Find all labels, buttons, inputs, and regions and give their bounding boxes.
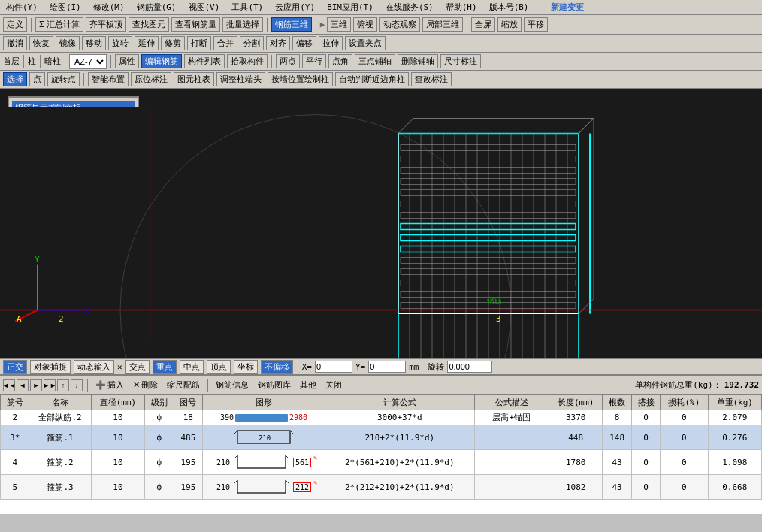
btn-set-grip[interactable]: 设置夹点 <box>345 36 386 50</box>
status-vertex[interactable]: 顶点 <box>207 360 231 374</box>
x-input[interactable] <box>315 361 352 373</box>
status-dynamic-input[interactable]: 动态输入 <box>74 360 114 374</box>
btn-adjust-end[interactable]: 调整柱端头 <box>216 72 265 86</box>
nav-next[interactable]: ► <box>30 379 42 391</box>
btn-align[interactable]: 对齐 <box>266 36 290 50</box>
rotate-input[interactable] <box>447 361 492 373</box>
menu-rebar-qty[interactable]: 钢筋量(G) <box>134 1 180 14</box>
cell-shape[interactable]: 390 2980 <box>203 410 325 425</box>
cell-shape[interactable]: 210 561 ✎ <box>203 450 325 475</box>
table-row[interactable]: 4 箍筋.2 10 ф 195 210 <box>1 450 762 475</box>
btn-pick-component[interactable]: 拾取构件 <box>227 54 268 68</box>
table-row[interactable]: 3* 箍筋.1 10 ф 485 210 <box>1 425 762 450</box>
btn-zoom[interactable]: 缩放 <box>497 17 522 32</box>
btn-rebar-lib[interactable]: 钢筋图库 <box>255 379 294 391</box>
status-coord[interactable]: 坐标 <box>234 360 258 374</box>
btn-auto-corner[interactable]: 自动判断近边角柱 <box>335 72 409 86</box>
edit-dim-4[interactable]: 561 <box>293 458 311 467</box>
btn-rotate-point[interactable]: 旋转点 <box>47 72 80 86</box>
menu-view[interactable]: 视图(V) <box>186 1 223 14</box>
status-ortho[interactable]: 正交 <box>3 360 27 374</box>
btn-draw-by-wall[interactable]: 按墙位置绘制柱 <box>268 72 333 86</box>
btn-redo[interactable]: 恢复 <box>29 36 53 50</box>
btn-delete-axis[interactable]: 删除铺轴 <box>398 54 438 68</box>
btn-edit-rebar[interactable]: 编辑钢筋 <box>141 54 182 68</box>
btn-scale-rebar[interactable]: 缩尺配筋 <box>164 379 203 391</box>
btn-point-angle[interactable]: 点角 <box>328 54 352 68</box>
nav-first[interactable]: ◄◄ <box>3 379 15 391</box>
status-midpoint-square[interactable]: 重点 <box>153 360 177 374</box>
btn-properties[interactable]: 属性 <box>115 54 139 68</box>
btn-align-top[interactable]: 齐平板顶 <box>86 17 126 32</box>
btn-three-point-axis[interactable]: 三点铺轴 <box>355 54 395 68</box>
nav-prev[interactable]: ◄ <box>17 379 29 391</box>
cad-drawing[interactable]: X Y A 2 3 钢筋 <box>0 89 762 358</box>
btn-rebar-3d[interactable]: 钢筋三维 <box>271 17 312 32</box>
status-snap[interactable]: 对象捕捉 <box>30 360 71 374</box>
nav-down[interactable]: ↓ <box>71 379 83 391</box>
nav-last[interactable]: ►► <box>44 379 56 391</box>
btn-rebar-info[interactable]: 钢筋信息 <box>213 379 252 391</box>
btn-extend[interactable]: 延伸 <box>135 36 159 50</box>
cad-viewport[interactable]: 钢筋显示控制面板 全部纵筋 箍筋 上层柱插筋下插长度 显示其它图元 显示详细公式 <box>0 89 762 358</box>
menu-draw[interactable]: 绘图(I) <box>47 1 84 14</box>
menu-tools[interactable]: 工具(T) <box>228 1 266 14</box>
menu-cloud[interactable]: 云应用(Y) <box>272 1 318 14</box>
btn-others[interactable]: 其他 <box>297 379 319 391</box>
btn-break[interactable]: 打断 <box>187 36 211 50</box>
btn-component-list[interactable]: 构件列表 <box>184 54 225 68</box>
btn-summary[interactable]: Σ 汇总计算 <box>35 17 83 32</box>
status-intersection[interactable]: 交点 <box>125 360 150 374</box>
btn-select[interactable]: 选择 <box>3 72 27 86</box>
btn-delete[interactable]: ✕ 删除 <box>130 379 161 391</box>
edit-dim-5[interactable]: 212 <box>293 482 311 492</box>
cell-shape[interactable]: 210 212 ✎ <box>203 475 325 500</box>
btn-find-element[interactable]: 查找图元 <box>129 17 169 32</box>
btn-batch-select[interactable]: 批量选择 <box>222 17 263 32</box>
btn-dimension[interactable]: 尺寸标注 <box>440 54 481 68</box>
btn-3d[interactable]: 三维 <box>327 17 351 32</box>
btn-edit-label[interactable]: 查改标注 <box>411 72 452 86</box>
menu-component[interactable]: 构件(Y) <box>3 1 41 14</box>
btn-mirror[interactable]: 镜像 <box>56 36 80 50</box>
btn-split[interactable]: 分割 <box>240 36 264 50</box>
btn-point[interactable]: 点 <box>29 72 45 86</box>
btn-define[interactable]: 定义 <box>3 17 27 32</box>
menu-bim[interactable]: BIM应用(T) <box>324 1 376 14</box>
y-input[interactable] <box>368 361 406 373</box>
btn-in-place-label[interactable]: 原位标注 <box>131 72 171 86</box>
col-count: 根数 <box>603 395 631 410</box>
table-row[interactable]: 2 全部纵筋.2 10 ф 18 390 2980 3000+37*d 层高+锚… <box>1 410 762 425</box>
btn-pan[interactable]: 平移 <box>524 17 548 32</box>
btn-parallel[interactable]: 平行 <box>302 54 326 68</box>
btn-stretch[interactable]: 拉伸 <box>319 36 343 50</box>
menu-online[interactable]: 在线服务(S) <box>383 1 437 14</box>
btn-local-3d[interactable]: 局部三维 <box>422 17 463 32</box>
menu-new-change[interactable]: 新建变更 <box>548 1 587 14</box>
btn-smart-layout[interactable]: 智能布置 <box>88 72 129 86</box>
status-no-offset[interactable]: 不偏移 <box>261 360 293 374</box>
nav-up[interactable]: ↑ <box>57 379 69 391</box>
status-midpoint[interactable]: 中点 <box>180 360 204 374</box>
btn-close[interactable]: 关闭 <box>322 379 345 391</box>
btn-top-view[interactable]: 俯视 <box>353 17 377 32</box>
btn-dynamic-view[interactable]: 动态观察 <box>379 17 420 32</box>
data-table-container[interactable]: 筋号 名称 直径(mm) 级别 图号 图形 计算公式 公式描述 长度(mm) 根… <box>0 394 762 514</box>
btn-move[interactable]: 移动 <box>82 36 106 50</box>
btn-element-table[interactable]: 图元柱表 <box>174 72 214 86</box>
btn-view-rebar[interactable]: 查看钢筋量 <box>171 17 220 32</box>
btn-undo[interactable]: 撤消 <box>3 36 27 50</box>
btn-insert[interactable]: ➕ 插入 <box>92 379 127 391</box>
element-id-select[interactable]: AZ-7 <box>69 54 107 69</box>
table-row[interactable]: 5 箍筋.3 10 ф 195 210 <box>1 475 762 500</box>
btn-offset[interactable]: 偏移 <box>292 36 316 50</box>
cell-shape[interactable]: 210 <box>203 425 325 450</box>
btn-rotate[interactable]: 旋转 <box>108 36 132 50</box>
btn-trim[interactable]: 修剪 <box>161 36 185 50</box>
menu-help[interactable]: 帮助(H) <box>443 1 480 14</box>
btn-merge[interactable]: 合并 <box>213 36 237 50</box>
menu-version[interactable]: 版本号(B) <box>486 1 532 14</box>
btn-two-point[interactable]: 两点 <box>276 54 300 68</box>
btn-fullscreen[interactable]: 全屏 <box>471 17 495 32</box>
menu-modify[interactable]: 修改(M) <box>90 1 128 14</box>
